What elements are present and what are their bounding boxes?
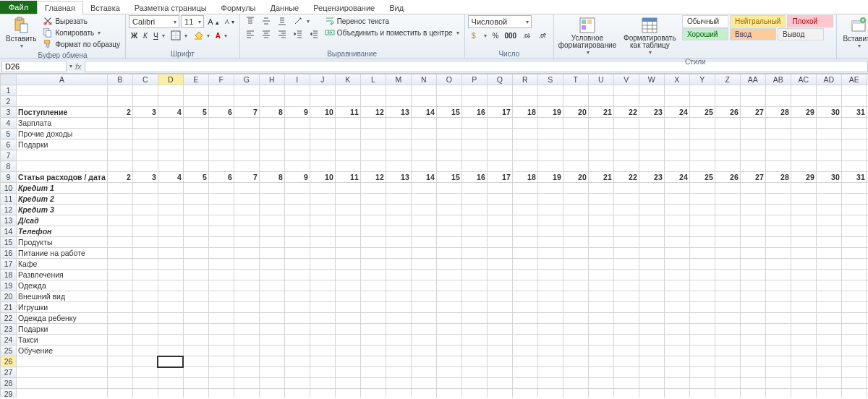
cell-AD23[interactable]: [816, 324, 841, 335]
currency-button[interactable]: $▾: [468, 30, 489, 41]
cell-Y20[interactable]: [689, 291, 715, 302]
cell-C21[interactable]: [132, 302, 158, 313]
cell-AA14[interactable]: [740, 226, 765, 237]
cell-AD26[interactable]: [816, 356, 841, 367]
cell-R4[interactable]: [512, 118, 537, 129]
cell-AE2[interactable]: [841, 96, 867, 107]
cell-W1[interactable]: [639, 85, 664, 96]
cell-T7[interactable]: [563, 150, 588, 161]
cell-Z27[interactable]: [715, 367, 740, 378]
cell-AA20[interactable]: [740, 291, 765, 302]
cell-L26[interactable]: [360, 356, 386, 367]
cell-I16[interactable]: [284, 248, 310, 259]
cell-Q23[interactable]: [487, 324, 512, 335]
cell-N20[interactable]: [411, 291, 436, 302]
cell-Y12[interactable]: [689, 205, 715, 215]
comma-button[interactable]: 000: [502, 31, 519, 40]
row-header-14[interactable]: 14: [1, 226, 17, 237]
cell-U23[interactable]: [588, 324, 613, 335]
cell-S2[interactable]: [537, 96, 563, 107]
cell-AD2[interactable]: [816, 96, 841, 107]
cell-V28[interactable]: [613, 378, 639, 389]
cell-AD9[interactable]: 30: [816, 172, 841, 183]
cell-R17[interactable]: [512, 259, 537, 270]
cell-I13[interactable]: [284, 215, 310, 226]
cell-F11[interactable]: [208, 194, 234, 205]
cell-H19[interactable]: [259, 280, 284, 291]
cell-B5[interactable]: [107, 129, 132, 140]
row-header-22[interactable]: 22: [1, 313, 17, 324]
cell-Y14[interactable]: [689, 226, 715, 237]
cell-D17[interactable]: [158, 259, 183, 270]
cell-S4[interactable]: [537, 118, 563, 129]
cell-D20[interactable]: [158, 291, 183, 302]
cell-L24[interactable]: [360, 335, 386, 346]
cell-M5[interactable]: [386, 129, 411, 140]
row-header-8[interactable]: 8: [1, 161, 17, 172]
cell-K11[interactable]: [335, 194, 360, 205]
cell-Z18[interactable]: [715, 270, 740, 280]
cell-M26[interactable]: [386, 356, 411, 367]
cell-J20[interactable]: [310, 291, 335, 302]
cell-Q5[interactable]: [487, 129, 512, 140]
cell-P28[interactable]: [461, 378, 487, 389]
cell-G13[interactable]: [234, 215, 259, 226]
cell-I23[interactable]: [284, 324, 310, 335]
cell-AC7[interactable]: [791, 150, 816, 161]
cell-AB15[interactable]: [765, 237, 791, 248]
cell-F9[interactable]: 6: [208, 172, 234, 183]
cell-F16[interactable]: [208, 248, 234, 259]
cell-B15[interactable]: [107, 237, 132, 248]
cell-V23[interactable]: [613, 324, 639, 335]
cell-AA26[interactable]: [740, 356, 765, 367]
cell-Y29[interactable]: [689, 389, 715, 398]
cell-C22[interactable]: [132, 313, 158, 324]
cell-O27[interactable]: [436, 367, 461, 378]
cell-P6[interactable]: [461, 140, 487, 150]
cell-Q19[interactable]: [487, 280, 512, 291]
cell-B18[interactable]: [107, 270, 132, 280]
cell-D8[interactable]: [158, 161, 183, 172]
cell-C25[interactable]: [132, 346, 158, 356]
cell-N3[interactable]: 14: [411, 107, 436, 118]
cell-AD6[interactable]: [816, 140, 841, 150]
cell-D15[interactable]: [158, 237, 183, 248]
cell-AC25[interactable]: [791, 346, 816, 356]
cell-P9[interactable]: 16: [461, 172, 487, 183]
cell-E18[interactable]: [183, 270, 208, 280]
cell-Z29[interactable]: [715, 389, 740, 398]
cell-S6[interactable]: [537, 140, 563, 150]
cell-A13[interactable]: Д/сад: [17, 215, 108, 226]
cell-Y7[interactable]: [689, 150, 715, 161]
col-header-H[interactable]: H: [259, 74, 284, 85]
cell-I1[interactable]: [284, 85, 310, 96]
cell-V20[interactable]: [613, 291, 639, 302]
cell-V9[interactable]: 22: [613, 172, 639, 183]
paste-button[interactable]: Вставить▾: [3, 15, 39, 51]
cell-T13[interactable]: [563, 215, 588, 226]
cell-C24[interactable]: [132, 335, 158, 346]
cell-O4[interactable]: [436, 118, 461, 129]
cell-A9[interactable]: Статья расходов / дата: [17, 172, 108, 183]
cell-C2[interactable]: [132, 96, 158, 107]
cell-M24[interactable]: [386, 335, 411, 346]
cell-W21[interactable]: [639, 302, 664, 313]
cell-X13[interactable]: [664, 215, 689, 226]
orientation-button[interactable]: ▾: [291, 15, 321, 27]
align-left-button[interactable]: [243, 28, 258, 40]
cell-I22[interactable]: [284, 313, 310, 324]
cell-AE25[interactable]: [841, 346, 867, 356]
row-header-26[interactable]: 26: [1, 356, 17, 367]
cell-X29[interactable]: [664, 389, 689, 398]
cell-D28[interactable]: [158, 378, 183, 389]
cell-Y1[interactable]: [689, 85, 715, 96]
cell-AC1[interactable]: [791, 85, 816, 96]
cell-N25[interactable]: [411, 346, 436, 356]
cell-F24[interactable]: [208, 335, 234, 346]
cell-E17[interactable]: [183, 259, 208, 270]
cell-D21[interactable]: [158, 302, 183, 313]
cell-AB18[interactable]: [765, 270, 791, 280]
cell-AC10[interactable]: [791, 183, 816, 194]
border-button[interactable]: ▾: [169, 30, 190, 41]
select-all-corner[interactable]: [1, 74, 17, 85]
